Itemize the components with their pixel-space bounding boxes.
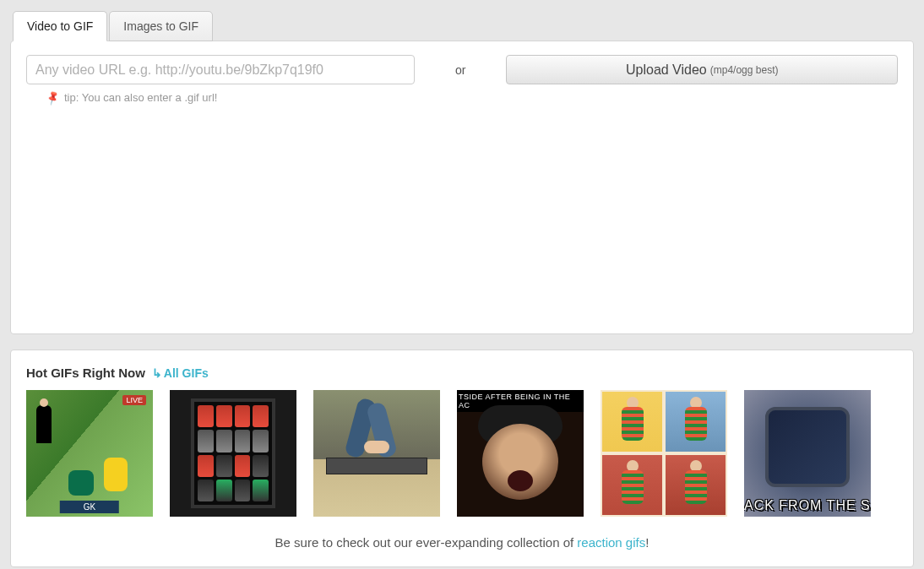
thumbnail-row: TSIDE AFTER BEING IN THE AC ACK FROM THE… xyxy=(26,390,898,517)
pin-icon: 📌 xyxy=(45,89,62,106)
or-separator: or xyxy=(415,63,506,77)
hot-gifs-panel: Hot GIFs Right Now ↳All GIFs TSIDE AFTER… xyxy=(10,350,914,567)
gif-thumbnail[interactable]: ACK FROM THE SAT xyxy=(744,390,871,517)
tab-images-to-gif[interactable]: Images to GIF xyxy=(109,11,213,41)
upload-video-button[interactable]: Upload Video (mp4/ogg best) xyxy=(506,55,898,84)
arrow-icon: ↳ xyxy=(152,366,162,380)
tip-text: tip: You can also enter a .gif url! xyxy=(64,91,217,104)
all-gifs-label: All GIFs xyxy=(164,366,209,380)
reaction-gifs-link[interactable]: reaction gifs xyxy=(577,535,645,550)
footer-suffix: ! xyxy=(645,535,649,550)
hot-header: Hot GIFs Right Now ↳All GIFs xyxy=(26,366,898,380)
footer-prefix: Be sure to check out our ever-expanding … xyxy=(275,535,578,550)
upload-button-hint: (mp4/ogg best) xyxy=(710,64,779,76)
upload-button-label: Upload Video xyxy=(626,62,707,78)
gif-thumbnail[interactable] xyxy=(313,390,440,517)
gif-thumbnail[interactable]: TSIDE AFTER BEING IN THE AC xyxy=(457,390,584,517)
tab-bar: Video to GIF Images to GIF xyxy=(13,11,914,41)
gif-caption: ACK FROM THE SAT xyxy=(744,498,871,513)
video-url-input[interactable] xyxy=(26,55,415,84)
gif-thumbnail[interactable] xyxy=(170,390,296,517)
hot-gifs-title: Hot GIFs Right Now xyxy=(26,366,145,380)
all-gifs-link[interactable]: ↳All GIFs xyxy=(152,366,209,380)
footer-text: Be sure to check out our ever-expanding … xyxy=(26,535,898,550)
tip-row: 📌 tip: You can also enter a .gif url! xyxy=(46,91,898,104)
main-panel: or Upload Video (mp4/ogg best) 📌 tip: Yo… xyxy=(10,41,914,334)
gif-thumbnail[interactable] xyxy=(26,390,153,517)
tab-video-to-gif[interactable]: Video to GIF xyxy=(13,11,107,41)
input-row: or Upload Video (mp4/ogg best) xyxy=(26,55,898,84)
gif-thumbnail[interactable] xyxy=(601,390,727,517)
